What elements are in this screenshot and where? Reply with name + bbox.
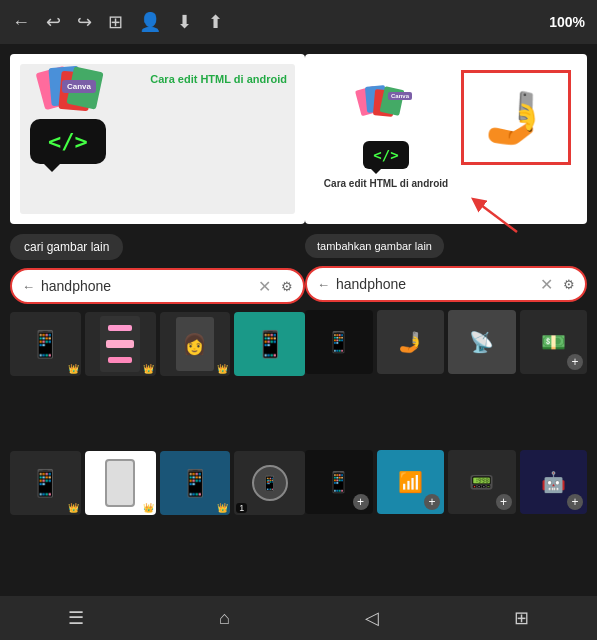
list-item[interactable]: 📱 👑 <box>10 312 81 376</box>
add-badge[interactable]: + <box>353 494 369 510</box>
phone-img: 📡 <box>469 332 494 352</box>
phone-img: 📱 <box>326 472 351 492</box>
list-item[interactable]: 👩 👑 <box>160 312 231 376</box>
code-symbol-left: </> <box>48 129 88 154</box>
users-button[interactable]: 👤 <box>139 11 161 33</box>
list-item[interactable]: 📡 <box>448 310 516 374</box>
list-item[interactable]: 📱 + <box>305 450 373 514</box>
nav-menu-icon[interactable]: ☰ <box>68 607 84 629</box>
canvas-title-right: Cara edit HTML di android <box>324 177 448 190</box>
search-input-right[interactable] <box>336 276 534 292</box>
toolbar: ← ↩ ↪ ⊞ 👤 ⬇ ⬆ 100% <box>0 0 597 44</box>
images-grid-right: 📱 🤳 📡 💵 + 📱 + 📶 + 📟 + <box>305 310 587 586</box>
list-item[interactable]: 🤳 <box>377 310 445 374</box>
crown-badge: 👑 <box>68 503 79 513</box>
search-filter-icon-left[interactable]: ⚙ <box>281 279 293 294</box>
phone-img: 📶 <box>398 472 423 492</box>
bottom-nav: ☰ ⌂ ◁ ⊞ <box>0 596 597 640</box>
search-back-icon-left[interactable]: ← <box>22 279 35 294</box>
left-panel: Canva </> Cara edit HTML di android cari… <box>10 54 305 586</box>
back-button[interactable]: ← <box>12 12 30 33</box>
phone-img: 🤳 <box>398 332 423 352</box>
phone-img: 📱 <box>29 331 61 357</box>
cari-gambar-lain-button[interactable]: cari gambar lain <box>10 234 123 260</box>
canvas-preview-right: Canva </> Cara edit HTML di android 🤳 <box>305 54 587 224</box>
add-badge[interactable]: + <box>424 494 440 510</box>
num-badge: 1 <box>236 503 247 513</box>
list-item[interactable]: 📶 + <box>377 450 445 514</box>
add-badge[interactable]: + <box>567 494 583 510</box>
download-button[interactable]: ⬇ <box>177 11 192 33</box>
crown-badge: 👑 <box>217 503 228 513</box>
nav-home-icon[interactable]: ⌂ <box>219 608 230 629</box>
canvas-title-left: Cara edit HTML di android <box>150 72 287 87</box>
phone-img: 💵 <box>541 332 566 352</box>
list-item[interactable]: 🤖 + <box>520 450 588 514</box>
layers-button[interactable]: ⊞ <box>108 11 123 33</box>
list-item[interactable]: 📱 👑 <box>10 451 81 515</box>
share-button[interactable]: ⬆ <box>208 11 223 33</box>
list-item[interactable]: 📱 <box>234 312 305 376</box>
list-item[interactable]: 📱 1 <box>234 451 305 515</box>
canva-logo-left: Canva <box>62 80 96 93</box>
zoom-level: 100% <box>549 14 585 30</box>
handphone-image: 🤳 <box>464 73 564 163</box>
red-outline-box: 🤳 <box>461 70 571 165</box>
add-badge[interactable]: + <box>496 494 512 510</box>
code-symbol-right: </> <box>373 147 398 163</box>
phone-img: 📱 <box>254 331 286 357</box>
list-item[interactable]: 👑 <box>85 451 156 515</box>
nav-back-icon[interactable]: ◁ <box>365 607 379 629</box>
crown-badge: 👑 <box>143 503 154 513</box>
canvas-preview-left: Canva </> Cara edit HTML di android <box>10 54 305 224</box>
add-badge[interactable]: + <box>567 354 583 370</box>
phone-img: 🤖 <box>541 472 566 492</box>
search-back-icon-right[interactable]: ← <box>317 277 330 292</box>
main-content: Canva </> Cara edit HTML di android cari… <box>0 44 597 596</box>
images-grid-left: 📱 👑 👑 👩 👑 📱 <box>10 312 305 586</box>
search-bar-right[interactable]: ← ✕ ⚙ <box>305 266 587 302</box>
list-item[interactable]: 👑 <box>85 312 156 376</box>
right-panel: Canva </> Cara edit HTML di android 🤳 <box>305 54 587 586</box>
search-filter-icon-right[interactable]: ⚙ <box>563 277 575 292</box>
nav-apps-icon[interactable]: ⊞ <box>514 607 529 629</box>
canva-logo-right: Canva <box>388 92 412 100</box>
crown-badge: 👑 <box>143 364 154 374</box>
search-bar-left[interactable]: ← ✕ ⚙ <box>10 268 305 304</box>
redo-button[interactable]: ↪ <box>77 11 92 33</box>
search-clear-left[interactable]: ✕ <box>258 277 271 296</box>
list-item[interactable]: 📟 + <box>448 450 516 514</box>
crown-badge: 👑 <box>68 364 79 374</box>
undo-button[interactable]: ↩ <box>46 11 61 33</box>
search-input-left[interactable] <box>41 278 252 294</box>
list-item[interactable]: 📱 👑 <box>160 451 231 515</box>
tambahkan-gambar-lain-button[interactable]: tambahkan gambar lain <box>305 234 444 258</box>
phone-img: 📟 <box>469 472 494 492</box>
list-item[interactable]: 📱 <box>305 310 373 374</box>
phone-img: 📱 <box>29 470 61 496</box>
annotation-area: tambahkan gambar lain <box>305 232 587 258</box>
phone-img: 📱 <box>179 470 211 496</box>
search-clear-right[interactable]: ✕ <box>540 275 553 294</box>
crown-badge: 👑 <box>217 364 228 374</box>
list-item[interactable]: 💵 + <box>520 310 588 374</box>
phone-img: 📱 <box>326 332 351 352</box>
